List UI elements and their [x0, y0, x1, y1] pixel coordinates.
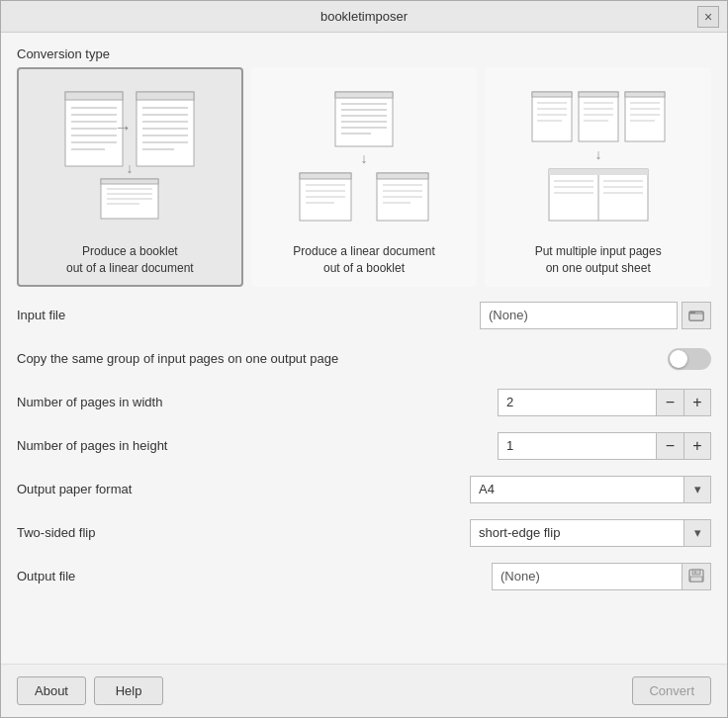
- pages-height-input-group: − +: [498, 432, 711, 460]
- pages-width-label: Number of pages in width: [17, 395, 162, 409]
- output-paper-format-label: Output paper format: [17, 482, 132, 496]
- card-illustration-3: ↓: [519, 77, 678, 235]
- card-multi-input[interactable]: ↓: [485, 67, 711, 287]
- content-area: Conversion type: [1, 33, 727, 664]
- conversion-type-label: Conversion type: [17, 46, 711, 61]
- two-sided-flip-row: Two-sided flip short-edge flip long-edge…: [17, 518, 711, 548]
- conversion-type-cards: → ↓ Produce a booklet: [17, 67, 711, 287]
- folder-open-icon: [688, 308, 704, 323]
- two-sided-flip-select[interactable]: short-edge flip long-edge flip none: [470, 519, 683, 547]
- titlebar: bookletimposer ×: [1, 1, 727, 33]
- copy-same-group-label: Copy the same group of input pages on on…: [17, 351, 338, 366]
- card-label-2: Produce a linear document out of a bookl…: [293, 243, 434, 277]
- pages-height-control: − +: [498, 432, 711, 460]
- output-paper-format-chevron: ▾: [683, 476, 711, 503]
- multi-input-icon-svg: ↓: [524, 82, 673, 230]
- svg-text:↓: ↓: [594, 146, 601, 162]
- pages-height-row: Number of pages in height − +: [17, 431, 711, 461]
- pages-height-field[interactable]: [498, 432, 656, 460]
- output-paper-format-select-group: A4 A3 Letter Legal ▾: [470, 476, 711, 503]
- svg-rect-26: [335, 92, 393, 146]
- svg-rect-20: [101, 179, 158, 184]
- card-illustration-1: → ↓: [50, 77, 209, 235]
- copy-same-group-row: Copy the same group of input pages on on…: [17, 344, 711, 374]
- svg-rect-81: [690, 577, 702, 582]
- pages-height-label: Number of pages in height: [17, 438, 167, 453]
- svg-rect-27: [335, 92, 393, 98]
- linear-icon-svg: ↓: [290, 82, 438, 230]
- svg-rect-1: [65, 92, 123, 100]
- svg-rect-53: [579, 92, 618, 141]
- svg-text:→: →: [114, 118, 132, 137]
- card-linear-from-booklet[interactable]: ↓: [251, 67, 478, 287]
- svg-rect-68: [549, 169, 598, 175]
- svg-rect-78: [689, 314, 703, 320]
- conversion-type-section: Conversion type: [17, 46, 711, 287]
- input-file-control: [480, 302, 711, 329]
- card-illustration-2: ↓: [285, 77, 443, 235]
- card-label-3: Put multiple input pages on one output s…: [535, 243, 662, 277]
- svg-rect-82: [694, 571, 696, 574]
- svg-text:↓: ↓: [127, 160, 134, 176]
- svg-rect-59: [625, 92, 665, 141]
- output-file-group: [492, 563, 711, 590]
- output-paper-format-select[interactable]: A4 A3 Letter Legal: [470, 476, 683, 503]
- pages-width-increment-button[interactable]: +: [683, 389, 711, 416]
- svg-rect-54: [579, 92, 618, 97]
- output-paper-format-row: Output paper format A4 A3 Letter Legal ▾: [17, 475, 711, 504]
- svg-rect-47: [532, 92, 572, 141]
- convert-button[interactable]: Convert: [632, 676, 711, 705]
- svg-rect-69: [598, 169, 648, 175]
- booklet-icon-svg: → ↓: [55, 82, 204, 230]
- copy-same-group-toggle[interactable]: [668, 348, 711, 370]
- svg-rect-36: [300, 173, 351, 179]
- window-title: bookletimposer: [31, 9, 697, 24]
- card-label-1: Produce a booklet out of a linear docume…: [66, 243, 194, 277]
- toggle-knob: [670, 350, 687, 368]
- footer-left-buttons: About Help: [17, 676, 163, 705]
- pages-width-field[interactable]: [498, 389, 656, 416]
- pages-height-increment-button[interactable]: +: [683, 432, 711, 460]
- two-sided-flip-select-group: short-edge flip long-edge flip none ▾: [470, 519, 711, 547]
- copy-same-group-control: [668, 348, 711, 370]
- pages-height-decrement-button[interactable]: −: [656, 432, 683, 460]
- pages-width-row: Number of pages in width − +: [17, 388, 711, 417]
- output-file-browse-button[interactable]: [682, 563, 711, 590]
- pages-width-decrement-button[interactable]: −: [656, 389, 683, 416]
- output-paper-format-control: A4 A3 Letter Legal ▾: [470, 476, 711, 503]
- input-file-label: Input file: [17, 308, 65, 322]
- two-sided-flip-control: short-edge flip long-edge flip none ▾: [470, 519, 711, 547]
- svg-rect-42: [377, 173, 428, 179]
- output-file-field[interactable]: [492, 563, 682, 590]
- card-booklet-from-linear[interactable]: → ↓ Produce a booklet: [17, 67, 243, 287]
- output-file-control: [492, 563, 711, 590]
- about-button[interactable]: About: [17, 676, 86, 705]
- two-sided-flip-label: Two-sided flip: [17, 525, 95, 540]
- output-file-label: Output file: [17, 569, 75, 583]
- close-button[interactable]: ×: [697, 6, 719, 28]
- two-sided-flip-chevron: ▾: [683, 519, 711, 547]
- output-file-row: Output file: [17, 562, 711, 591]
- svg-rect-48: [532, 92, 572, 97]
- pages-width-control: − +: [498, 389, 711, 416]
- pages-width-input-group: − +: [498, 389, 711, 416]
- svg-text:↓: ↓: [361, 150, 368, 166]
- save-icon: [687, 569, 705, 584]
- input-file-browse-button[interactable]: [682, 302, 711, 329]
- svg-rect-10: [136, 92, 194, 100]
- input-file-field[interactable]: [480, 302, 678, 329]
- main-window: bookletimposer × Conversion type: [0, 0, 728, 718]
- svg-rect-60: [625, 92, 665, 97]
- input-file-row: Input file: [17, 301, 711, 330]
- help-button[interactable]: Help: [94, 676, 163, 705]
- footer: About Help Convert: [1, 664, 727, 717]
